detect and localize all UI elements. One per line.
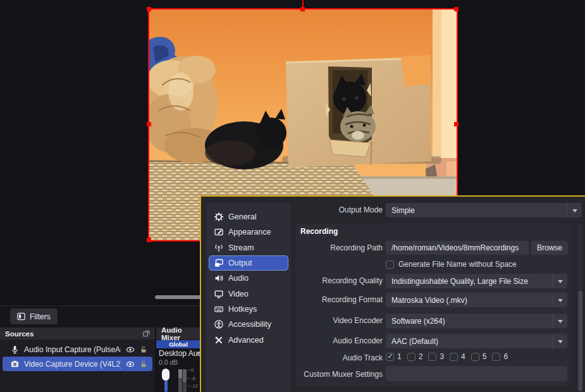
- recording-format-label: Recording Format: [239, 294, 383, 305]
- recording-quality-dropdown[interactable]: Indistinguishable Quality, Large File Si…: [386, 274, 567, 288]
- custom-muxer-label: Custom Muxer Settings: [239, 369, 383, 380]
- output-mode-dropdown[interactable]: Simple: [386, 203, 582, 217]
- appearance-icon: [214, 228, 223, 236]
- recording-path-label: Recording Path: [239, 242, 383, 254]
- source-label: Audio Input Capture (PulseAudio): [24, 345, 121, 354]
- tools-icon: [214, 336, 223, 345]
- meter-tick: 0: [188, 367, 194, 373]
- settings-tab-label: Hotkeys: [228, 305, 257, 314]
- recording-path-input[interactable]: /home/roman/Videos/8mmRecordings: [386, 241, 529, 255]
- source-row-audio-input-capture[interactable]: Audio Input Capture (PulseAudio): [3, 342, 152, 357]
- selection-handle-top-left[interactable]: [147, 7, 151, 11]
- video-encoder-label: Video Encoder: [239, 315, 383, 326]
- output-icon: [214, 259, 223, 267]
- meter-tick: -6: [188, 376, 195, 381]
- chevron-down-icon: [552, 314, 567, 328]
- settings-tab-label: Output: [228, 259, 252, 267]
- settings-scrollbar-thumb[interactable]: [578, 291, 582, 391]
- filters-icon: [17, 312, 25, 321]
- recording-format-dropdown[interactable]: Matroska Video (.mkv): [386, 293, 567, 307]
- volume-slider-track[interactable]: [164, 380, 168, 392]
- video-encoder-dropdown[interactable]: Software (x264): [386, 314, 567, 328]
- source-row-video-capture-device[interactable]: Video Capture Device (V4L2): [3, 357, 152, 371]
- antenna-icon: [214, 243, 223, 252]
- audio-encoder-label: Audio Encoder: [239, 335, 383, 346]
- meter-tick: -12: [188, 383, 198, 389]
- audio-track-3-checkbox[interactable]: [428, 353, 436, 361]
- audio-track-5-checkbox[interactable]: [471, 353, 479, 361]
- selection-handle-middle-right[interactable]: [454, 122, 459, 126]
- speaker-icon: [214, 274, 223, 283]
- filters-button-label: Filters: [30, 312, 51, 321]
- settings-tab-appearance[interactable]: Appearance: [209, 224, 288, 240]
- browse-button[interactable]: Browse: [531, 241, 568, 255]
- audio-mixer-title: Audio Mixer: [161, 326, 196, 341]
- audio-track-2-checkbox[interactable]: [407, 353, 416, 361]
- audio-level-meter: [183, 369, 187, 392]
- obs-main-window: Filters Sources Audio Input Capture (Pul…: [0, 0, 585, 392]
- chevron-down-icon: [552, 293, 567, 307]
- audio-mixer-header[interactable]: Audio Mixer: [156, 328, 201, 340]
- visibility-eye-icon[interactable]: [126, 360, 135, 368]
- accessibility-icon: [214, 320, 223, 329]
- audio-track-1-checkbox[interactable]: [386, 353, 394, 361]
- mixer-volume-db: 0.0 dB: [159, 358, 178, 366]
- microphone-icon: [11, 345, 19, 354]
- audio-track-label: Audio Track: [239, 352, 383, 364]
- dock-popout-icon[interactable]: [143, 330, 150, 337]
- chevron-down-icon: [552, 274, 567, 288]
- gear-icon: [214, 212, 223, 221]
- audio-track-checkboxes: 1 2 3 4 5 6: [386, 352, 508, 361]
- chevron-down-icon: [567, 203, 582, 217]
- audio-track-4-checkbox[interactable]: [450, 353, 458, 361]
- mixer-profile-badge: Global: [156, 340, 200, 348]
- volume-slider-handle[interactable]: [162, 369, 169, 381]
- settings-dialog: General Appearance Stream: [200, 195, 585, 392]
- sources-dock-title: Sources: [5, 330, 143, 338]
- custom-muxer-input[interactable]: [386, 366, 567, 381]
- chevron-down-icon: [552, 334, 567, 348]
- generate-filename-label: Generate File Name without Space: [398, 260, 517, 269]
- sources-dock-header[interactable]: Sources: [0, 328, 155, 340]
- generate-filename-checkbox-row: Generate File Name without Space: [386, 260, 517, 269]
- monitor-icon: [214, 290, 223, 298]
- filters-button[interactable]: Filters: [10, 309, 58, 324]
- lock-unlocked-icon[interactable]: [140, 345, 147, 353]
- visibility-eye-icon[interactable]: [126, 346, 135, 353]
- recording-quality-label: Recording Quality: [239, 275, 383, 286]
- selection-handle-top-right[interactable]: [454, 7, 459, 11]
- selection-handle-bottom-left[interactable]: [147, 238, 151, 242]
- selection-handle-middle-left[interactable]: [147, 122, 151, 126]
- keyboard-icon: [214, 305, 223, 314]
- recording-section-title: Recording: [300, 227, 338, 236]
- settings-tab-label: Appearance: [228, 228, 271, 236]
- selection-handle-top-center[interactable]: [300, 7, 305, 11]
- audio-level-meter: [178, 369, 182, 392]
- output-mode-label: Output Mode: [239, 204, 383, 216]
- sources-list: Audio Input Capture (PulseAudio) Video C…: [0, 340, 155, 392]
- settings-tab-output[interactable]: Output: [209, 255, 288, 271]
- audio-track-6-checkbox[interactable]: [492, 353, 500, 361]
- generate-filename-checkbox[interactable]: [386, 260, 394, 269]
- source-label: Video Capture Device (V4L2): [24, 360, 121, 369]
- lock-unlocked-icon[interactable]: [140, 360, 147, 368]
- camera-icon: [11, 360, 19, 368]
- preview-horizontal-scrollbar[interactable]: [155, 295, 201, 299]
- audio-encoder-dropdown[interactable]: AAC (Default): [386, 334, 567, 348]
